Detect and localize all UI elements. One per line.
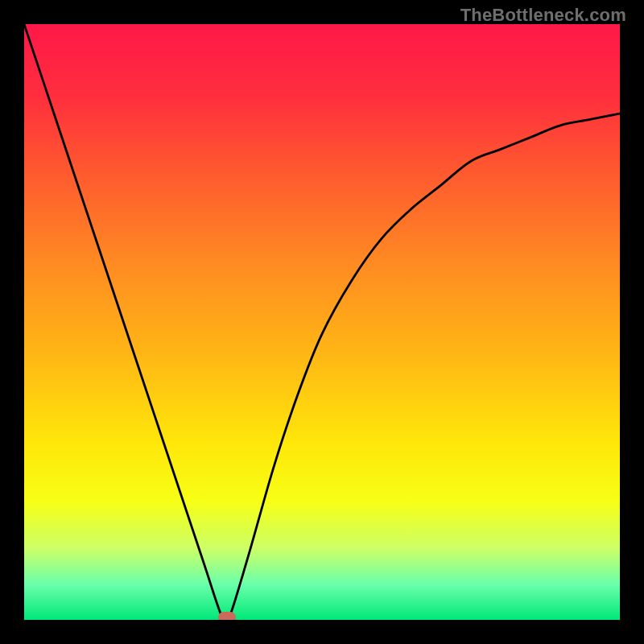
- minimum-marker: [218, 612, 236, 620]
- svg-rect-0: [24, 24, 620, 620]
- gradient-background: [24, 24, 620, 620]
- plot-area: [24, 24, 620, 620]
- watermark-text: TheBottleneck.com: [460, 5, 626, 26]
